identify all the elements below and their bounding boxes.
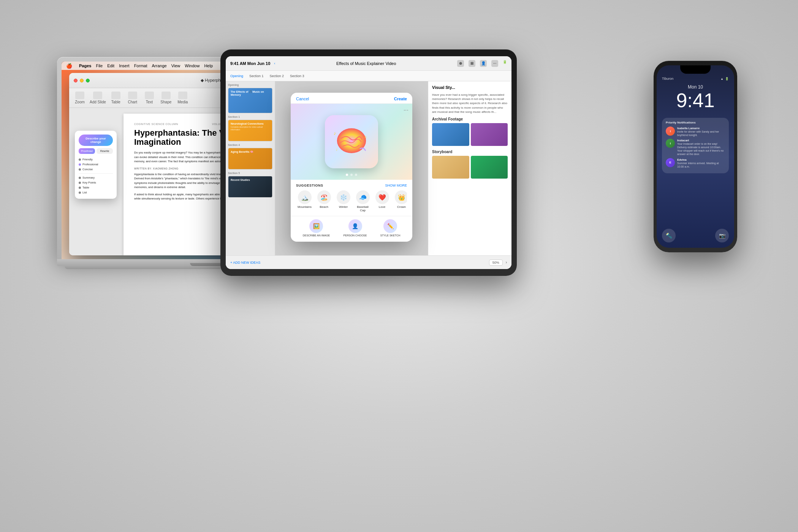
slide-5-title: Recent Studies bbox=[231, 179, 270, 181]
wt-option-summary[interactable]: Summary bbox=[79, 175, 113, 180]
maximize-button[interactable] bbox=[86, 79, 90, 82]
igd-show-more-btn[interactable]: SHOW MORE bbox=[385, 184, 407, 187]
notif-body-isabella: Invite for dinner with Sandy and her boy… bbox=[677, 130, 725, 137]
apple-menu-icon[interactable]: 🍎 bbox=[66, 63, 72, 69]
wt-option-friendly[interactable]: Friendly bbox=[79, 157, 113, 162]
lockscreen-camera-btn[interactable]: 📷 bbox=[715, 229, 729, 242]
ls-wifi-icon: ▲ bbox=[720, 77, 724, 81]
wt-label-concise: Concise bbox=[82, 168, 93, 171]
chip-beach-label: Beach bbox=[320, 205, 328, 209]
back-arrow[interactable]: ‹ bbox=[274, 62, 275, 65]
menu-arrange[interactable]: Arrange bbox=[152, 63, 166, 68]
style-sketch-label: STYLE SKETCH bbox=[380, 234, 401, 237]
igd-action-style[interactable]: ✏️ STYLE SKETCH bbox=[380, 219, 401, 237]
minimize-button[interactable] bbox=[80, 79, 84, 82]
zoom-control[interactable]: 50% bbox=[489, 260, 503, 266]
menu-view[interactable]: View bbox=[171, 63, 180, 68]
igd-more-button[interactable]: ··· bbox=[404, 107, 408, 114]
toolbar-shape[interactable]: Shape bbox=[159, 92, 173, 104]
chip-baseball-cap[interactable]: 🧢 Baseball Cap bbox=[354, 190, 371, 212]
notif-title-edvina: Edvina bbox=[677, 158, 725, 162]
lockscreen-flashlight-btn[interactable]: 🔦 bbox=[662, 229, 676, 242]
wt-option-concise[interactable]: Concise bbox=[79, 167, 113, 172]
igd-cancel-button[interactable]: Cancel bbox=[296, 97, 309, 101]
notif-item-instacart[interactable]: I Instacart Your Instacart order is on t… bbox=[666, 139, 725, 156]
igd-actions: 🖼️ DESCRIBE AN IMAGE 👤 PERSON CHOOSE ✏️ bbox=[291, 216, 412, 242]
toolbar-table[interactable]: Table bbox=[109, 92, 123, 104]
chip-crown-icon: 👑 bbox=[395, 190, 407, 204]
ipad-time: 9:41 AM Mon Jun 10 bbox=[230, 61, 270, 66]
chip-crown[interactable]: 👑 Crown bbox=[393, 190, 407, 212]
wt-dot-keypoints bbox=[79, 182, 81, 184]
wt-rewrite-btn[interactable]: Rewrite bbox=[97, 148, 113, 154]
kn-more-icon[interactable]: ··· bbox=[491, 60, 498, 67]
slide-thumb-2[interactable]: Neurological Connections Complete descri… bbox=[228, 120, 272, 141]
notif-body-instacart: Your Instacart order is on the way! Deli… bbox=[677, 142, 725, 156]
slide-thumb-1[interactable]: The Effects of 🎵Music on Memory bbox=[228, 88, 272, 113]
storyboard-grid bbox=[432, 156, 508, 179]
wt-option-professional[interactable]: Professional bbox=[79, 162, 113, 167]
notif-item-isabella[interactable]: I Isabella Lamarre Invite for dinner wit… bbox=[666, 127, 725, 137]
wt-option-keypoints[interactable]: Key Points bbox=[79, 180, 113, 185]
section-opening[interactable]: Opening bbox=[230, 74, 243, 78]
svg-text:♫: ♫ bbox=[364, 135, 367, 139]
slide-section-5: Section 5 bbox=[228, 172, 272, 174]
wt-option-list[interactable]: List bbox=[79, 190, 113, 195]
style-sketch-icon: ✏️ bbox=[383, 219, 397, 233]
toolbar-text[interactable]: Text bbox=[142, 92, 156, 104]
chip-beach[interactable]: 🏖️ Beach bbox=[315, 190, 332, 212]
menu-edit[interactable]: Edit bbox=[107, 63, 114, 68]
wt-label-table: Table bbox=[82, 186, 89, 189]
slide-thumb-5[interactable]: Recent Studies bbox=[228, 176, 272, 198]
kn-search-icon[interactable]: ⊕ bbox=[457, 60, 464, 67]
ls-location: Tiburon bbox=[662, 77, 673, 81]
ipad-frame: 9:41 AM Mon Jun 10 ‹ Effects of Music Ex… bbox=[220, 49, 517, 276]
wt-describe-btn[interactable]: Describe your change bbox=[79, 135, 113, 146]
wt-dot-table bbox=[79, 187, 81, 189]
wt-proofread-btn[interactable]: Proofread bbox=[79, 148, 95, 154]
sections-bar: Opening Section 1 Section 2 Section 3 bbox=[226, 71, 511, 81]
zoom-arrow[interactable]: › bbox=[506, 260, 507, 264]
chip-crown-label: Crown bbox=[397, 205, 406, 209]
iphone-device: Tiburon ▲ 🔋 Mon 10 9:41 Priority Notific… bbox=[654, 61, 737, 252]
bottom-bar-text: + ADD NEW IDEAS bbox=[230, 261, 260, 264]
chip-love[interactable]: ❤️ Love bbox=[374, 190, 391, 212]
wt-dot-professional bbox=[79, 163, 81, 166]
keynote-doc-title: Effects of Music Explainer Video bbox=[279, 61, 453, 66]
notif-avatar-instacart: I bbox=[666, 139, 675, 148]
slide-thumb-4[interactable]: Aging Benefits 🧠 bbox=[228, 148, 272, 169]
igd-header: Cancel Create bbox=[291, 93, 412, 104]
keynote-titlebar: 9:41 AM Mon Jun 10 ‹ Effects of Music Ex… bbox=[226, 56, 511, 71]
menu-insert[interactable]: Insert bbox=[119, 63, 130, 68]
close-button[interactable] bbox=[74, 79, 78, 82]
chip-winter[interactable]: ❄️ Winter bbox=[335, 190, 352, 212]
wt-label-friendly: Friendly bbox=[82, 158, 93, 161]
section-1[interactable]: Section 1 bbox=[249, 74, 264, 78]
menu-file[interactable]: File bbox=[96, 63, 103, 68]
wt-option-table[interactable]: Table bbox=[79, 185, 113, 190]
igd-action-person[interactable]: 👤 PERSON CHOOSE bbox=[344, 219, 367, 237]
igd-action-describe[interactable]: 🖼️ DESCRIBE AN IMAGE bbox=[303, 219, 330, 237]
section-3[interactable]: Section 3 bbox=[290, 74, 304, 78]
keynote-main-stage: Cancel Create bbox=[275, 81, 428, 255]
keynote-app: 9:41 AM Mon Jun 10 ‹ Effects of Music Ex… bbox=[226, 56, 511, 269]
toolbar-media[interactable]: Media bbox=[176, 92, 190, 104]
menu-format[interactable]: Format bbox=[134, 63, 147, 68]
notif-avatar-isabella: I bbox=[666, 127, 675, 136]
kn-grid-icon[interactable]: ⊞ bbox=[469, 60, 475, 67]
chip-mountains[interactable]: 🏔️ Mountains bbox=[296, 190, 313, 212]
menu-window[interactable]: Window bbox=[185, 63, 200, 68]
igd-create-button[interactable]: Create bbox=[394, 97, 407, 101]
chip-mountains-label: Mountains bbox=[298, 205, 312, 209]
kn-person-icon[interactable]: 👤 bbox=[480, 60, 487, 67]
keynote-content: Opening The Effects of 🎵Music on Memory … bbox=[226, 81, 511, 255]
toolbar-chart[interactable]: Chart bbox=[126, 92, 139, 104]
toolbar-add[interactable]: Add Slide bbox=[90, 92, 106, 104]
section-2[interactable]: Section 2 bbox=[270, 74, 284, 78]
storyboard-thumb-2 bbox=[471, 156, 508, 179]
person-choose-label: PERSON CHOOSE bbox=[344, 234, 367, 237]
notif-item-edvina[interactable]: E Edvina Summer interns arrived. Meeting… bbox=[666, 158, 725, 168]
slide-2-content: Neurological Connections Complete descri… bbox=[228, 120, 272, 141]
menu-help[interactable]: Help bbox=[204, 63, 213, 68]
menu-pages[interactable]: Pages bbox=[79, 63, 91, 68]
